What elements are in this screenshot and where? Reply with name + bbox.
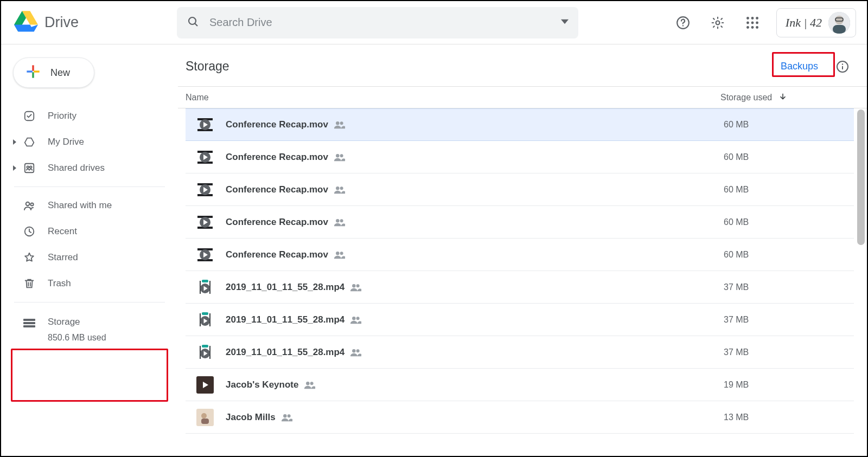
file-size: 37 MB bbox=[724, 347, 854, 357]
svg-point-4 bbox=[716, 21, 719, 24]
storage-icon bbox=[23, 318, 36, 331]
svg-point-50 bbox=[340, 186, 343, 190]
file-row[interactable]: Jacob's Keynote19 MB bbox=[186, 369, 854, 401]
header-icon-group: Ink | 42 bbox=[672, 8, 856, 37]
file-type-icon bbox=[196, 376, 214, 394]
file-name: 2019_11_01_11_55_28.mp4 bbox=[226, 314, 344, 325]
file-list: Conference Recap.mov60 MBConference Reca… bbox=[178, 108, 867, 456]
file-name: Conference Recap.mov bbox=[226, 184, 328, 195]
new-button[interactable]: New bbox=[13, 57, 94, 88]
column-storage-used[interactable]: Storage used bbox=[720, 92, 851, 103]
file-row[interactable]: Conference Recap.mov60 MB bbox=[186, 108, 854, 141]
file-row[interactable]: Jacob Mills13 MB bbox=[186, 401, 854, 434]
file-type-icon bbox=[196, 149, 214, 166]
file-name: 2019_11_01_11_55_28.mp4 bbox=[226, 347, 344, 358]
shared-icon bbox=[334, 120, 346, 129]
clock-icon bbox=[23, 226, 36, 237]
file-row[interactable]: 2019_11_01_11_55_28.mp437 MB bbox=[186, 271, 854, 304]
file-row[interactable]: Conference Recap.mov60 MB bbox=[186, 141, 854, 173]
search-bar[interactable] bbox=[177, 7, 578, 38]
file-type-icon bbox=[196, 344, 214, 361]
storage-used: 850.6 MB used bbox=[48, 333, 106, 343]
sidebar-item-recent[interactable]: Recent bbox=[1, 218, 178, 244]
file-row[interactable]: Conference Recap.mov60 MB bbox=[186, 173, 854, 206]
file-name: Jacob Mills bbox=[226, 412, 276, 423]
file-row[interactable]: 2019_11_01_11_55_28.mp437 MB bbox=[186, 336, 854, 369]
shared-icon bbox=[334, 218, 346, 227]
shared-icon bbox=[304, 381, 316, 389]
sidebar-item-my-drive[interactable]: My Drive bbox=[1, 129, 178, 155]
storage-label: Storage bbox=[48, 317, 106, 327]
account-switcher[interactable]: Ink | 42 bbox=[776, 8, 856, 37]
svg-rect-75 bbox=[202, 345, 208, 347]
file-size: 60 MB bbox=[724, 120, 854, 130]
new-button-label: New bbox=[50, 67, 70, 79]
file-type-icon bbox=[196, 181, 214, 198]
search-options-icon[interactable] bbox=[561, 18, 569, 28]
svg-point-27 bbox=[30, 203, 33, 205]
search-icon bbox=[187, 15, 200, 30]
sidebar-item-label: Priority bbox=[48, 111, 76, 121]
priority-icon bbox=[23, 110, 36, 122]
svg-point-25 bbox=[30, 166, 32, 168]
svg-rect-19 bbox=[32, 72, 34, 78]
app-header: Drive bbox=[1, 1, 867, 44]
sidebar-item-label: Starred bbox=[48, 252, 78, 263]
sidebar-item-shared-with-me[interactable]: Shared with me bbox=[1, 192, 178, 218]
settings-button[interactable] bbox=[707, 12, 729, 34]
svg-point-39 bbox=[336, 121, 339, 125]
shared-icon bbox=[350, 316, 362, 324]
sidebar-item-storage[interactable]: Storage 850.6 MB used bbox=[1, 308, 178, 351]
backups-link[interactable]: Backups bbox=[775, 56, 824, 76]
svg-rect-30 bbox=[23, 322, 35, 324]
sidebar-item-priority[interactable]: Priority bbox=[1, 103, 178, 129]
svg-point-66 bbox=[356, 284, 360, 287]
file-row[interactable]: 2019_11_01_11_55_28.mp437 MB bbox=[186, 304, 854, 336]
svg-rect-21 bbox=[34, 70, 39, 73]
svg-rect-31 bbox=[23, 325, 35, 327]
svg-point-60 bbox=[340, 252, 343, 255]
file-row[interactable]: Conference Recap.mov60 MB bbox=[186, 239, 854, 271]
sidebar-item-shared-drives[interactable]: Shared drives bbox=[1, 155, 178, 181]
scrollbar-thumb[interactable] bbox=[857, 110, 865, 245]
shared-icon bbox=[334, 185, 346, 194]
svg-point-44 bbox=[336, 154, 339, 157]
svg-point-65 bbox=[352, 284, 355, 287]
divider bbox=[14, 302, 165, 302]
help-button[interactable] bbox=[672, 12, 694, 34]
account-label: Ink | 42 bbox=[786, 16, 822, 30]
svg-point-49 bbox=[336, 186, 339, 190]
svg-point-71 bbox=[352, 317, 355, 320]
file-size: 60 MB bbox=[724, 152, 854, 162]
sidebar-item-trash[interactable]: Trash bbox=[1, 271, 178, 297]
column-name[interactable]: Name bbox=[186, 93, 720, 102]
svg-rect-16 bbox=[833, 25, 846, 34]
svg-point-7 bbox=[756, 17, 758, 20]
file-name: Conference Recap.mov bbox=[226, 119, 328, 130]
main-pane: Storage Backups Name Storage used bbox=[178, 44, 867, 456]
file-size: 37 MB bbox=[724, 315, 854, 325]
svg-point-26 bbox=[26, 202, 30, 206]
file-size: 37 MB bbox=[724, 282, 854, 292]
svg-point-85 bbox=[283, 414, 286, 417]
details-button[interactable] bbox=[834, 59, 851, 75]
sidebar-item-label: Shared with me bbox=[48, 200, 112, 211]
file-row[interactable]: Conference Recap.mov60 MB bbox=[186, 206, 854, 239]
brand[interactable]: Drive bbox=[14, 11, 177, 35]
svg-point-12 bbox=[751, 26, 754, 29]
svg-point-45 bbox=[340, 154, 343, 157]
file-name: 2019_11_01_11_55_28.mp4 bbox=[226, 282, 344, 293]
main-header: Storage Backups bbox=[178, 44, 867, 87]
svg-point-10 bbox=[756, 21, 758, 24]
search-input[interactable] bbox=[209, 16, 551, 29]
svg-point-55 bbox=[340, 219, 343, 222]
chevron-right-icon[interactable] bbox=[11, 165, 18, 171]
shared-icon bbox=[350, 348, 362, 357]
sidebar: New Priority My Drive bbox=[1, 44, 178, 456]
chevron-right-icon[interactable] bbox=[11, 139, 18, 145]
sidebar-item-label: Recent bbox=[48, 226, 77, 237]
apps-button[interactable] bbox=[742, 12, 763, 34]
sidebar-item-starred[interactable]: Starred bbox=[1, 244, 178, 271]
sidebar-item-label: Trash bbox=[48, 278, 71, 289]
svg-point-80 bbox=[307, 382, 310, 385]
